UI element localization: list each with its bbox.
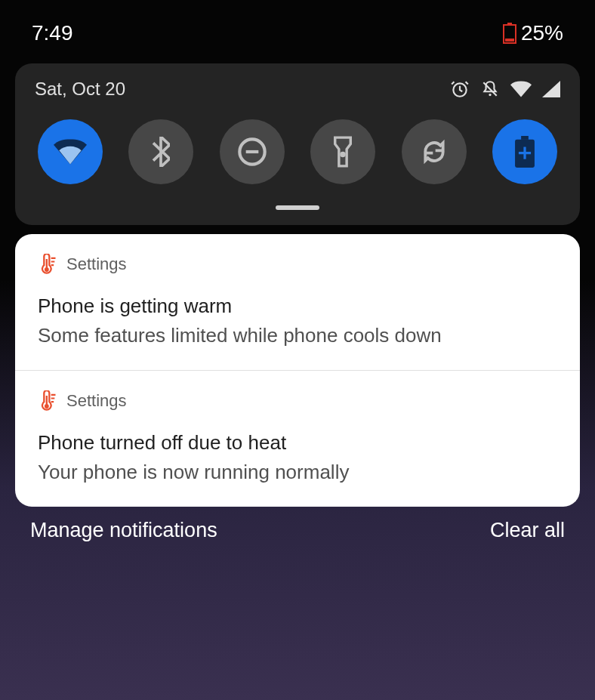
- auto-rotate-icon: [419, 137, 449, 167]
- svg-rect-9: [521, 136, 529, 140]
- svg-point-4: [489, 94, 491, 96]
- bluetooth-icon: [152, 137, 170, 167]
- battery-percent: 25%: [521, 21, 563, 45]
- status-time: 7:49: [32, 21, 73, 45]
- svg-rect-14: [46, 259, 48, 268]
- svg-point-8: [341, 153, 344, 156]
- notification-app-name: Settings: [66, 254, 127, 274]
- quick-settings-header: Sat, Oct 20: [35, 79, 560, 100]
- manage-notifications-button[interactable]: Manage notifications: [30, 519, 217, 542]
- status-bar: 7:49 25%: [0, 0, 595, 53]
- quick-settings-tiles: [35, 119, 560, 184]
- thermometer-icon: [38, 254, 57, 275]
- do-not-disturb-tile[interactable]: [220, 119, 285, 184]
- svg-rect-19: [46, 396, 48, 405]
- battery-saver-tile[interactable]: [492, 119, 557, 184]
- notifications-list: Settings Phone is getting warm Some feat…: [15, 234, 580, 507]
- date-label: Sat, Oct 20: [35, 79, 125, 100]
- notification-title: Phone turned off due to heat: [38, 431, 557, 455]
- notification-item[interactable]: Settings Phone is getting warm Some feat…: [15, 234, 580, 370]
- battery-low-icon: [503, 23, 516, 44]
- thermometer-icon: [38, 390, 57, 412]
- flashlight-tile[interactable]: [310, 119, 375, 184]
- notification-title: Phone is getting warm: [38, 294, 557, 318]
- quick-settings-panel: Sat, Oct 20: [15, 63, 580, 225]
- svg-point-18: [45, 404, 49, 409]
- flashlight-icon: [334, 136, 352, 168]
- dnd-off-icon: [480, 79, 500, 99]
- wifi-icon: [510, 81, 532, 97]
- notification-footer: Manage notifications Clear all: [30, 519, 565, 542]
- expand-handle[interactable]: [276, 205, 319, 210]
- battery-saver-icon: [515, 136, 535, 168]
- bluetooth-tile[interactable]: [128, 119, 193, 184]
- wifi-tile[interactable]: [38, 119, 103, 184]
- status-icons: [450, 79, 560, 99]
- notification-app-name: Settings: [66, 391, 127, 411]
- alarm-icon: [450, 79, 470, 99]
- notification-text: Some features limited while phone cools …: [38, 324, 557, 347]
- svg-rect-12: [519, 152, 531, 154]
- notification-text: Your phone is now running normally: [38, 461, 557, 484]
- auto-rotate-tile[interactable]: [402, 119, 467, 184]
- clear-all-button[interactable]: Clear all: [490, 519, 565, 542]
- notification-item[interactable]: Settings Phone turned off due to heat Yo…: [15, 370, 580, 507]
- signal-icon: [542, 81, 560, 97]
- svg-rect-2: [505, 39, 514, 42]
- svg-point-13: [45, 267, 49, 272]
- battery-status: 25%: [503, 21, 563, 45]
- wifi-tile-icon: [54, 139, 87, 165]
- do-not-disturb-icon: [237, 137, 267, 167]
